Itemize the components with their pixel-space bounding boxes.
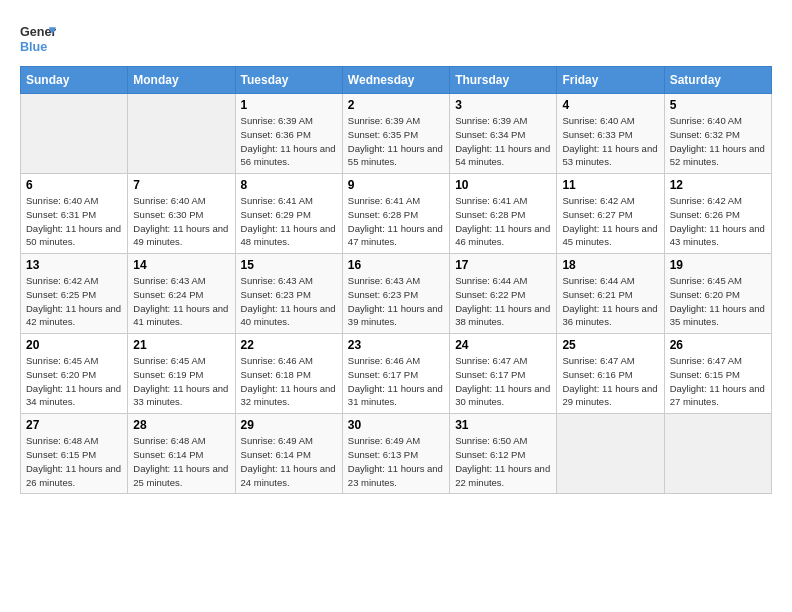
week-row-4: 20Sunrise: 6:45 AM Sunset: 6:20 PM Dayli…: [21, 334, 772, 414]
day-number: 3: [455, 98, 551, 112]
day-info: Sunrise: 6:45 AM Sunset: 6:20 PM Dayligh…: [26, 354, 122, 409]
calendar-cell: 9Sunrise: 6:41 AM Sunset: 6:28 PM Daylig…: [342, 174, 449, 254]
day-info: Sunrise: 6:49 AM Sunset: 6:13 PM Dayligh…: [348, 434, 444, 489]
calendar-cell: 28Sunrise: 6:48 AM Sunset: 6:14 PM Dayli…: [128, 414, 235, 494]
day-number: 18: [562, 258, 658, 272]
day-info: Sunrise: 6:44 AM Sunset: 6:22 PM Dayligh…: [455, 274, 551, 329]
week-row-3: 13Sunrise: 6:42 AM Sunset: 6:25 PM Dayli…: [21, 254, 772, 334]
day-number: 1: [241, 98, 337, 112]
calendar-cell: 25Sunrise: 6:47 AM Sunset: 6:16 PM Dayli…: [557, 334, 664, 414]
calendar-cell: 21Sunrise: 6:45 AM Sunset: 6:19 PM Dayli…: [128, 334, 235, 414]
calendar-cell: 24Sunrise: 6:47 AM Sunset: 6:17 PM Dayli…: [450, 334, 557, 414]
day-info: Sunrise: 6:40 AM Sunset: 6:33 PM Dayligh…: [562, 114, 658, 169]
col-header-friday: Friday: [557, 67, 664, 94]
day-number: 6: [26, 178, 122, 192]
col-header-sunday: Sunday: [21, 67, 128, 94]
svg-text:Blue: Blue: [20, 40, 47, 54]
day-info: Sunrise: 6:39 AM Sunset: 6:36 PM Dayligh…: [241, 114, 337, 169]
day-info: Sunrise: 6:47 AM Sunset: 6:17 PM Dayligh…: [455, 354, 551, 409]
calendar-cell: 23Sunrise: 6:46 AM Sunset: 6:17 PM Dayli…: [342, 334, 449, 414]
calendar-cell: 16Sunrise: 6:43 AM Sunset: 6:23 PM Dayli…: [342, 254, 449, 334]
col-header-tuesday: Tuesday: [235, 67, 342, 94]
day-info: Sunrise: 6:43 AM Sunset: 6:23 PM Dayligh…: [241, 274, 337, 329]
calendar-cell: 30Sunrise: 6:49 AM Sunset: 6:13 PM Dayli…: [342, 414, 449, 494]
calendar-cell: 10Sunrise: 6:41 AM Sunset: 6:28 PM Dayli…: [450, 174, 557, 254]
day-info: Sunrise: 6:47 AM Sunset: 6:15 PM Dayligh…: [670, 354, 766, 409]
calendar-cell: 11Sunrise: 6:42 AM Sunset: 6:27 PM Dayli…: [557, 174, 664, 254]
day-number: 12: [670, 178, 766, 192]
day-info: Sunrise: 6:40 AM Sunset: 6:32 PM Dayligh…: [670, 114, 766, 169]
day-number: 8: [241, 178, 337, 192]
day-info: Sunrise: 6:40 AM Sunset: 6:31 PM Dayligh…: [26, 194, 122, 249]
col-header-monday: Monday: [128, 67, 235, 94]
col-header-thursday: Thursday: [450, 67, 557, 94]
day-number: 19: [670, 258, 766, 272]
day-info: Sunrise: 6:42 AM Sunset: 6:26 PM Dayligh…: [670, 194, 766, 249]
day-number: 31: [455, 418, 551, 432]
day-number: 4: [562, 98, 658, 112]
calendar-cell: 17Sunrise: 6:44 AM Sunset: 6:22 PM Dayli…: [450, 254, 557, 334]
day-info: Sunrise: 6:48 AM Sunset: 6:14 PM Dayligh…: [133, 434, 229, 489]
day-info: Sunrise: 6:50 AM Sunset: 6:12 PM Dayligh…: [455, 434, 551, 489]
day-number: 29: [241, 418, 337, 432]
calendar-cell: 13Sunrise: 6:42 AM Sunset: 6:25 PM Dayli…: [21, 254, 128, 334]
day-number: 21: [133, 338, 229, 352]
page-header: General Blue: [20, 20, 772, 56]
col-header-saturday: Saturday: [664, 67, 771, 94]
day-info: Sunrise: 6:42 AM Sunset: 6:27 PM Dayligh…: [562, 194, 658, 249]
calendar-cell: 18Sunrise: 6:44 AM Sunset: 6:21 PM Dayli…: [557, 254, 664, 334]
calendar-cell: 14Sunrise: 6:43 AM Sunset: 6:24 PM Dayli…: [128, 254, 235, 334]
day-info: Sunrise: 6:43 AM Sunset: 6:24 PM Dayligh…: [133, 274, 229, 329]
day-number: 16: [348, 258, 444, 272]
calendar-cell: 20Sunrise: 6:45 AM Sunset: 6:20 PM Dayli…: [21, 334, 128, 414]
calendar-cell: 5Sunrise: 6:40 AM Sunset: 6:32 PM Daylig…: [664, 94, 771, 174]
week-row-5: 27Sunrise: 6:48 AM Sunset: 6:15 PM Dayli…: [21, 414, 772, 494]
day-info: Sunrise: 6:46 AM Sunset: 6:18 PM Dayligh…: [241, 354, 337, 409]
day-info: Sunrise: 6:44 AM Sunset: 6:21 PM Dayligh…: [562, 274, 658, 329]
logo: General Blue: [20, 20, 56, 56]
day-info: Sunrise: 6:40 AM Sunset: 6:30 PM Dayligh…: [133, 194, 229, 249]
day-info: Sunrise: 6:39 AM Sunset: 6:35 PM Dayligh…: [348, 114, 444, 169]
day-info: Sunrise: 6:45 AM Sunset: 6:20 PM Dayligh…: [670, 274, 766, 329]
day-info: Sunrise: 6:45 AM Sunset: 6:19 PM Dayligh…: [133, 354, 229, 409]
day-number: 30: [348, 418, 444, 432]
day-info: Sunrise: 6:49 AM Sunset: 6:14 PM Dayligh…: [241, 434, 337, 489]
day-number: 17: [455, 258, 551, 272]
calendar-cell: [21, 94, 128, 174]
calendar-cell: 2Sunrise: 6:39 AM Sunset: 6:35 PM Daylig…: [342, 94, 449, 174]
calendar-cell: 26Sunrise: 6:47 AM Sunset: 6:15 PM Dayli…: [664, 334, 771, 414]
day-info: Sunrise: 6:43 AM Sunset: 6:23 PM Dayligh…: [348, 274, 444, 329]
calendar-cell: 8Sunrise: 6:41 AM Sunset: 6:29 PM Daylig…: [235, 174, 342, 254]
calendar-table: SundayMondayTuesdayWednesdayThursdayFrid…: [20, 66, 772, 494]
calendar-header-row: SundayMondayTuesdayWednesdayThursdayFrid…: [21, 67, 772, 94]
day-number: 25: [562, 338, 658, 352]
day-info: Sunrise: 6:39 AM Sunset: 6:34 PM Dayligh…: [455, 114, 551, 169]
day-info: Sunrise: 6:41 AM Sunset: 6:28 PM Dayligh…: [348, 194, 444, 249]
day-info: Sunrise: 6:47 AM Sunset: 6:16 PM Dayligh…: [562, 354, 658, 409]
day-info: Sunrise: 6:48 AM Sunset: 6:15 PM Dayligh…: [26, 434, 122, 489]
calendar-cell: 29Sunrise: 6:49 AM Sunset: 6:14 PM Dayli…: [235, 414, 342, 494]
day-info: Sunrise: 6:41 AM Sunset: 6:28 PM Dayligh…: [455, 194, 551, 249]
day-info: Sunrise: 6:46 AM Sunset: 6:17 PM Dayligh…: [348, 354, 444, 409]
calendar-cell: 22Sunrise: 6:46 AM Sunset: 6:18 PM Dayli…: [235, 334, 342, 414]
calendar-cell: 3Sunrise: 6:39 AM Sunset: 6:34 PM Daylig…: [450, 94, 557, 174]
day-number: 24: [455, 338, 551, 352]
day-number: 2: [348, 98, 444, 112]
calendar-cell: 15Sunrise: 6:43 AM Sunset: 6:23 PM Dayli…: [235, 254, 342, 334]
day-number: 7: [133, 178, 229, 192]
calendar-cell: 1Sunrise: 6:39 AM Sunset: 6:36 PM Daylig…: [235, 94, 342, 174]
day-number: 23: [348, 338, 444, 352]
calendar-cell: 12Sunrise: 6:42 AM Sunset: 6:26 PM Dayli…: [664, 174, 771, 254]
day-number: 11: [562, 178, 658, 192]
calendar-cell: 6Sunrise: 6:40 AM Sunset: 6:31 PM Daylig…: [21, 174, 128, 254]
day-info: Sunrise: 6:42 AM Sunset: 6:25 PM Dayligh…: [26, 274, 122, 329]
week-row-1: 1Sunrise: 6:39 AM Sunset: 6:36 PM Daylig…: [21, 94, 772, 174]
day-number: 20: [26, 338, 122, 352]
calendar-cell: 4Sunrise: 6:40 AM Sunset: 6:33 PM Daylig…: [557, 94, 664, 174]
calendar-cell: [664, 414, 771, 494]
day-number: 14: [133, 258, 229, 272]
day-number: 5: [670, 98, 766, 112]
calendar-cell: [128, 94, 235, 174]
calendar-cell: 27Sunrise: 6:48 AM Sunset: 6:15 PM Dayli…: [21, 414, 128, 494]
day-number: 28: [133, 418, 229, 432]
